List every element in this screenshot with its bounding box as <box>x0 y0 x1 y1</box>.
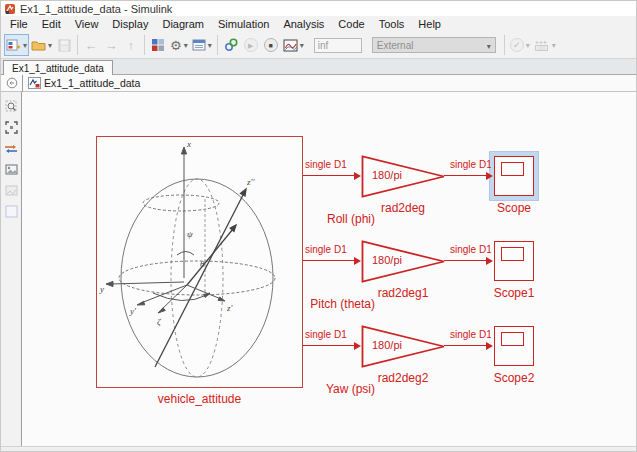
save-button[interactable] <box>54 34 74 56</box>
signal-line[interactable] <box>303 345 355 346</box>
forward-button[interactable]: → <box>101 34 121 56</box>
menu-simulation[interactable]: Simulation <box>211 17 276 31</box>
scope-name: Scope1 <box>479 286 549 300</box>
signal-line[interactable] <box>444 175 487 176</box>
gain-name: rad2deg1 <box>361 286 445 300</box>
gain-value: 180/pi <box>365 339 409 351</box>
fit-to-view-icon[interactable] <box>4 120 19 135</box>
library-browser-button[interactable] <box>148 34 168 56</box>
gain-name: rad2deg <box>361 201 445 215</box>
gain-value: 180/pi <box>365 169 409 181</box>
signal-line[interactable] <box>303 175 355 176</box>
breadcrumb-model-name[interactable]: Ex1_1_attitude_data <box>44 77 140 89</box>
menu-help[interactable]: Help <box>411 17 448 31</box>
stop-icon: ■ <box>264 38 278 52</box>
toolbar: ← → ↑ ⚙ ▶ <box>1 32 636 59</box>
check-icon: ✓ <box>510 38 524 52</box>
annotation-icon[interactable] <box>4 162 19 177</box>
scope-screen-icon <box>501 162 524 176</box>
hide-browser-button[interactable] <box>1 77 22 89</box>
new-model-button[interactable] <box>4 34 29 56</box>
window-title: Ex1_1_attitude_data - Simulink <box>20 3 172 15</box>
save-icon <box>58 39 71 52</box>
scope-display-icon <box>283 39 298 52</box>
tab-model[interactable]: Ex1_1_attitude_data <box>3 60 113 76</box>
gain-name: rad2deg2 <box>361 371 445 385</box>
new-model-icon <box>6 38 21 52</box>
signal-label: single D1 <box>450 159 491 170</box>
chevron-down-icon <box>485 40 491 51</box>
arrowhead-icon <box>354 342 361 350</box>
menu-bar: File Edit View Display Diagram Simulatio… <box>1 16 636 32</box>
signal-label: single D1 <box>450 244 491 255</box>
menu-diagram[interactable]: Diagram <box>155 17 211 31</box>
palette-sidebar <box>1 92 22 448</box>
zoom-in-icon[interactable] <box>4 99 19 114</box>
scope-block[interactable] <box>494 326 534 366</box>
up-button[interactable]: ↑ <box>121 34 141 56</box>
sample-time-icon[interactable] <box>4 141 19 156</box>
scope-block[interactable] <box>494 241 534 281</box>
link-icon <box>224 38 238 52</box>
main-area: x y z'' ψ θ y' ζ z' Roll (phi) Pitch (th… <box>1 92 636 448</box>
svg-text:x: x <box>186 139 191 149</box>
toolbar-separator <box>144 35 145 55</box>
gear-icon: ⚙ <box>170 39 182 52</box>
vehicle-attitude-label: vehicle_attitude <box>96 392 303 406</box>
menu-tools[interactable]: Tools <box>372 17 412 31</box>
frame-icon[interactable] <box>4 204 19 219</box>
signal-row-yaw: single D1 180/pi rad2deg2 single D1 Scop… <box>22 326 636 388</box>
svg-text:y': y' <box>129 306 137 316</box>
scope-name: Scope2 <box>479 371 549 385</box>
build-button[interactable] <box>532 34 558 56</box>
arrowhead-icon <box>354 172 361 180</box>
signal-line[interactable] <box>444 345 487 346</box>
menu-code[interactable]: Code <box>331 17 371 31</box>
signal-label: single D1 <box>305 329 347 340</box>
signal-label: single D1 <box>305 159 347 170</box>
menu-view[interactable]: View <box>68 17 106 31</box>
play-icon: ▶ <box>244 38 258 52</box>
stop-button[interactable]: ■ <box>261 34 281 56</box>
stop-time-input[interactable] <box>314 38 362 53</box>
tab-bar: Ex1_1_attitude_data <box>1 59 636 75</box>
refresh-check-button[interactable]: ✓ <box>508 34 532 56</box>
scope-block[interactable] <box>494 156 534 196</box>
simulation-mode-value: External <box>377 40 414 51</box>
simulation-mode-select[interactable]: External <box>372 37 496 53</box>
image-icon[interactable] <box>4 183 19 198</box>
simulink-app-icon <box>4 3 16 15</box>
library-browser-icon <box>151 38 165 52</box>
toolbar-separator <box>217 35 218 55</box>
scope-screen-icon <box>501 247 524 261</box>
up-arrow-icon: ↑ <box>128 39 135 52</box>
toolbar-separator <box>77 35 78 55</box>
back-button[interactable]: ← <box>81 34 101 56</box>
simulink-window: Ex1_1_attitude_data - Simulink File Edit… <box>0 0 637 452</box>
model-explorer-icon <box>192 39 206 51</box>
model-configuration-button[interactable]: ⚙ <box>168 34 190 56</box>
signal-line[interactable] <box>303 260 355 261</box>
model-canvas[interactable]: x y z'' ψ θ y' ζ z' Roll (phi) Pitch (th… <box>22 92 636 448</box>
svg-text:z': z' <box>226 303 234 313</box>
status-bar <box>1 446 636 451</box>
simulation-display-button[interactable] <box>281 34 306 56</box>
title-bar: Ex1_1_attitude_data - Simulink <box>1 1 636 16</box>
menu-analysis[interactable]: Analysis <box>276 17 331 31</box>
svg-text:ψ: ψ <box>187 229 193 239</box>
signal-label: single D1 <box>450 329 491 340</box>
menu-display[interactable]: Display <box>105 17 155 31</box>
signal-row-pitch: single D1 180/pi rad2deg1 single D1 Scop… <box>22 241 636 303</box>
scope-name: Scope <box>479 201 549 215</box>
scope-screen-icon <box>501 332 524 346</box>
menu-file[interactable]: File <box>3 17 35 31</box>
update-diagram-button[interactable] <box>221 34 241 56</box>
arrowhead-icon <box>486 172 493 180</box>
model-explorer-button[interactable] <box>190 34 214 56</box>
breadcrumb-divider <box>22 75 23 92</box>
menu-edit[interactable]: Edit <box>35 17 68 31</box>
signal-line[interactable] <box>444 260 487 261</box>
run-button[interactable]: ▶ <box>241 34 261 56</box>
open-button[interactable] <box>29 34 54 56</box>
toolbar-separator <box>504 35 505 55</box>
